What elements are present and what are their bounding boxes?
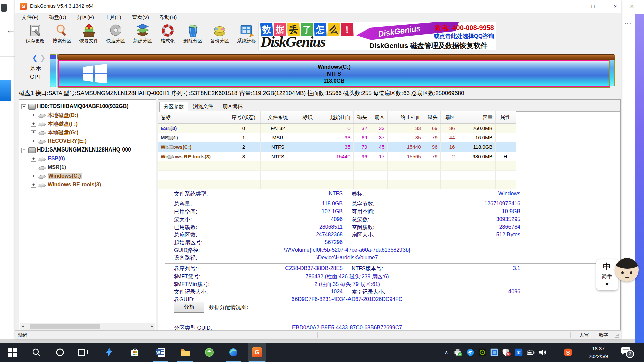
tree-item-label: RECOVERY(E:) [48,138,87,144]
tray-printer-icon[interactable] [453,347,463,357]
col-capacity[interactable]: 容量 [458,111,495,124]
ime-panel[interactable]: 中 简半 ♥ [596,259,618,290]
expand-toggle-icon[interactable]: + [31,157,36,162]
quick-partition-button[interactable]: 快速分区 [102,23,129,50]
detail-label: 文件记录大小: [174,289,255,296]
recover-files-button[interactable]: 恢复文件 [75,23,102,50]
tree-item-hd1[interactable]: − HD1:SAMSUNGMZNLN128HAHQ-000 [19,146,156,155]
promo-banner[interactable]: 数 据 丢 了 怎 么 ! DiskGenius DiskGenius 致电: … [258,22,496,50]
file-explorer-button[interactable] [177,344,193,360]
col-end-sector[interactable]: 扇区 [440,111,458,124]
delete-partition-button[interactable]: 删除分区 [179,23,206,50]
partition-block-esp[interactable] [50,54,56,87]
tray-security-icon[interactable] [501,347,512,357]
tree-item-hd0[interactable]: − HD0:TOSHIBAMQ04ABF100(932GB) [19,102,156,111]
col-attribute[interactable]: 属性 [495,111,516,124]
resize-grip[interactable] [615,334,619,338]
partition-block-re-tools[interactable] [609,60,615,86]
table-row-esp[interactable]: ESP(0) 0 FAT32 0 32 33 33 69 36 260.0MB [158,124,516,133]
col-start-head[interactable]: 磁头 [353,111,370,124]
tray-power-icon[interactable] [526,347,536,357]
col-filesystem[interactable]: 文件系统 [260,111,296,124]
col-start-sector[interactable]: 扇区 [370,111,387,124]
menu-disk[interactable]: 磁盘(D) [45,13,71,22]
col-end-cylinder[interactable]: 终止柱面 [387,111,424,124]
format-button[interactable]: 格式化 [154,23,181,50]
microsoft-store-button[interactable] [127,344,143,360]
maximize-button[interactable]: □ [584,0,602,13]
tree-item-recovery-e[interactable]: + RECOVERY(E:) [19,137,156,146]
expand-toggle-icon[interactable]: + [31,183,36,188]
menu-view[interactable]: 查看(V) [127,13,154,22]
tray-dingtalk-icon[interactable] [465,347,475,357]
backup-partition-button[interactable]: 备份分区 [206,23,233,50]
tray-ime-indicator[interactable] [549,347,559,357]
tree-item-local-f[interactable]: + 本地磁盘(F:) [19,120,156,128]
detail-value: 2866784 [429,224,520,230]
menu-tools[interactable]: 工具(T) [100,13,126,22]
nav-next-disk-icon[interactable]: ❯ [40,54,46,62]
browser-360-button[interactable] [201,344,217,360]
tray-expand-icon[interactable]: ∧ [441,347,451,357]
collapse-toggle-icon[interactable]: − [21,104,26,109]
save-changes-button[interactable]: 保存更改 [22,23,49,50]
menu-file[interactable]: 文件(F) [17,13,43,22]
tray-sogou-icon[interactable]: S [563,347,573,357]
scroll-left-icon[interactable]: ◄ [20,323,26,330]
collapse-toggle-icon[interactable]: − [21,148,26,153]
table-row-windows-selected[interactable]: Windows(C:) 2 NTFS 35 79 45 15440 96 16 … [158,142,516,152]
task-view-button[interactable] [75,344,91,360]
nav-prev-disk-icon[interactable]: ❮ [32,54,38,62]
tree-item-local-g[interactable]: + 本地磁盘(G:) [19,128,156,137]
banner-qq-link[interactable]: 或点击此处选择QQ咨询 [434,32,494,40]
expand-toggle-icon[interactable]: + [31,130,36,135]
col-start-cylinder[interactable]: 起始柱面 [320,111,353,124]
system-migration-button[interactable]: 系统迁移 [233,23,260,50]
start-button[interactable] [4,344,20,360]
analyze-button[interactable]: 分析 [174,302,204,313]
table-row-windows-re[interactable]: Windows RE tools(3) 3 NTFS 15440 96 17 1… [158,152,516,161]
expand-toggle-icon[interactable]: + [31,174,36,179]
scrollbar-thumb[interactable] [30,324,100,329]
tree-item-windows-c[interactable]: + Windows(C:) [19,172,156,181]
tree-item-msr[interactable]: MSR(1) [19,163,156,172]
col-end-head[interactable]: 磁头 [424,111,440,124]
edge-button[interactable] [225,344,241,360]
col-volume-label[interactable]: 卷标 [158,111,227,124]
tab-partition-parameters[interactable]: 分区参数 [159,102,188,112]
col-seq-status[interactable]: 序号(状态) [227,111,260,124]
scroll-right-icon[interactable]: ► [149,323,155,330]
taskbar-clock[interactable]: 18:37 2022/5/9 [581,345,616,360]
diskgenius-taskbar-button[interactable]: G [249,344,265,360]
menu-help[interactable]: 帮助(H) [155,13,181,22]
word-button[interactable]: W [152,344,168,360]
tray-snowflake-icon[interactable]: ❄ [514,347,524,357]
tray-volume-icon[interactable] [538,347,548,357]
expand-toggle-icon[interactable]: + [31,113,36,118]
detail-label: 扇区大小: [352,232,429,239]
tab-browse-files[interactable]: 浏览文件 [189,102,217,111]
table-row-msr[interactable]: MSR(1) 1 MSR 33 69 37 35 79 44 16.0MB [158,133,516,142]
tab-sector-edit[interactable]: 扇区编辑 [218,102,247,111]
notification-center-button[interactable]: 2 [621,347,631,356]
taskbar-search-button[interactable] [28,344,44,360]
tree-item-esp[interactable]: + ESP(0) [19,155,156,163]
tree-item-local-d[interactable]: + 本地磁盘(D:) [19,111,156,120]
close-button[interactable]: × [607,0,624,13]
col-flag[interactable]: 标识 [296,111,320,124]
menu-partition[interactable]: 分区(P) [72,13,99,22]
new-partition-button[interactable]: 新建分区 [129,23,156,50]
tree-item-windows-re[interactable]: + Windows RE tools(3) [19,181,156,189]
expand-toggle-icon[interactable]: + [31,122,36,127]
tray-intel-graphics-icon[interactable] [489,347,499,357]
volume-icon [38,175,46,179]
tray-nvidia-icon[interactable] [477,347,487,357]
partition-block-windows-selected[interactable]: Windows(C:) NTFS 118.0GB [58,60,610,87]
ime-float-widget[interactable]: 中 简半 ♥ [596,258,639,292]
tree-horizontal-scrollbar[interactable]: ◄ ► [20,323,155,330]
pinned-app-lightning[interactable] [101,344,117,360]
search-partition-button[interactable]: 搜索分区 [49,23,75,50]
cortana-button[interactable] [52,344,68,360]
minimize-button[interactable]: — [562,0,579,13]
expand-toggle-icon[interactable]: + [31,139,36,144]
